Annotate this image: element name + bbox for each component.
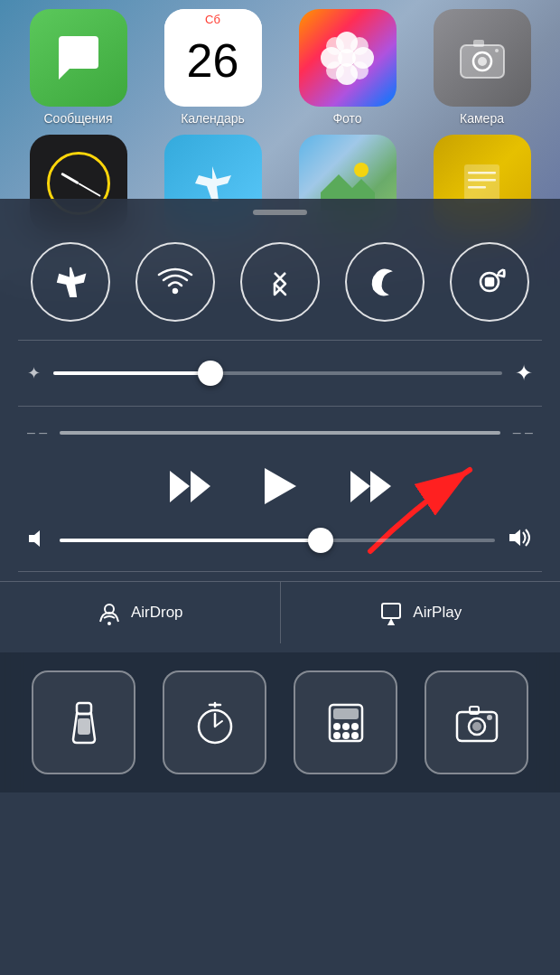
svg-point-8 bbox=[338, 49, 356, 67]
svg-marker-25 bbox=[191, 471, 210, 502]
airdrop-label: AirDrop bbox=[131, 604, 183, 622]
wifi-icon bbox=[157, 264, 193, 300]
svg-point-13 bbox=[495, 49, 499, 52]
svg-point-39 bbox=[334, 724, 340, 729]
svg-point-49 bbox=[488, 716, 491, 719]
brightness-slider-track[interactable] bbox=[53, 371, 502, 375]
camera-quick-button[interactable] bbox=[425, 670, 528, 774]
brightness-high-icon: ✦ bbox=[515, 361, 533, 386]
rewind-button[interactable] bbox=[170, 471, 210, 502]
bottom-buttons: AirDrop AirPlay bbox=[0, 581, 560, 643]
app-row-1: Сообщения Сб 26 Календарь bbox=[9, 9, 551, 126]
svg-point-20 bbox=[173, 289, 177, 293]
airplay-button[interactable]: AirPlay bbox=[281, 582, 561, 643]
brightness-slider-fill bbox=[53, 371, 210, 375]
airplay-icon bbox=[378, 600, 404, 625]
play-button[interactable] bbox=[265, 468, 296, 504]
control-center: ✦ ✦ – – – – bbox=[0, 199, 560, 975]
calendar-date: 26 bbox=[187, 33, 239, 88]
do-not-disturb-button[interactable] bbox=[345, 242, 425, 322]
svg-rect-33 bbox=[382, 604, 400, 618]
svg-point-11 bbox=[478, 57, 487, 66]
flashlight-button[interactable] bbox=[32, 670, 135, 774]
media-left-icon: – – bbox=[27, 425, 47, 441]
brightness-low-icon: ✦ bbox=[27, 363, 41, 383]
svg-point-32 bbox=[107, 622, 111, 625]
flashlight-icon bbox=[61, 699, 107, 746]
app-messages-label: Сообщения bbox=[44, 111, 113, 126]
airplay-label: AirPlay bbox=[413, 604, 462, 622]
calculator-icon bbox=[322, 699, 369, 746]
svg-rect-19 bbox=[468, 186, 486, 189]
svg-rect-16 bbox=[464, 164, 499, 203]
app-messages[interactable]: Сообщения bbox=[24, 9, 133, 126]
svg-marker-26 bbox=[265, 468, 296, 504]
svg-marker-24 bbox=[170, 471, 190, 502]
svg-rect-38 bbox=[334, 709, 358, 718]
quick-access-row bbox=[0, 652, 560, 792]
app-camera-label: Камера bbox=[460, 111, 504, 126]
svg-rect-22 bbox=[486, 278, 493, 286]
app-photos-icon bbox=[299, 9, 397, 107]
calculator-button[interactable] bbox=[294, 670, 397, 774]
svg-point-41 bbox=[352, 724, 358, 729]
svg-point-15 bbox=[354, 163, 369, 177]
svg-point-40 bbox=[343, 724, 349, 729]
timer-icon bbox=[191, 699, 238, 746]
svg-point-44 bbox=[352, 733, 358, 738]
svg-point-42 bbox=[334, 733, 340, 738]
volume-slider-thumb[interactable] bbox=[308, 528, 333, 553]
svg-marker-30 bbox=[509, 530, 520, 546]
app-camera[interactable]: Камера bbox=[428, 9, 537, 126]
volume-slider-fill bbox=[60, 539, 321, 542]
media-right-icon: – – bbox=[513, 425, 533, 441]
rotation-lock-icon bbox=[471, 264, 508, 300]
airdrop-button[interactable]: AirDrop bbox=[0, 582, 281, 643]
app-calendar[interactable]: Сб 26 Календарь bbox=[159, 9, 267, 126]
media-slider-row: – – – – bbox=[27, 416, 533, 454]
svg-point-47 bbox=[473, 723, 481, 730]
app-photos-label: Фото bbox=[332, 111, 361, 126]
brightness-section: ✦ ✦ bbox=[0, 341, 560, 406]
svg-marker-29 bbox=[29, 530, 40, 547]
svg-rect-12 bbox=[473, 40, 484, 47]
bluetooth-button[interactable] bbox=[240, 242, 320, 322]
bluetooth-icon bbox=[262, 264, 298, 300]
media-slider-track[interactable] bbox=[60, 431, 500, 435]
clock-hour-hand bbox=[61, 173, 79, 185]
svg-rect-17 bbox=[468, 172, 496, 174]
volume-low-icon bbox=[27, 529, 47, 553]
app-calendar-icon: Сб 26 bbox=[164, 9, 262, 107]
clock-minute-hand bbox=[78, 183, 100, 197]
svg-rect-35 bbox=[79, 719, 89, 734]
svg-rect-18 bbox=[468, 179, 496, 182]
brightness-slider-thumb[interactable] bbox=[198, 361, 223, 386]
calendar-day: Сб bbox=[164, 9, 262, 30]
rotation-lock-button[interactable] bbox=[450, 242, 529, 322]
moon-icon bbox=[367, 264, 403, 300]
app-camera-icon bbox=[434, 9, 531, 107]
airplane-mode-button[interactable] bbox=[31, 242, 110, 322]
toggles-row bbox=[0, 215, 560, 340]
app-photos[interactable]: Фото bbox=[294, 9, 402, 126]
divider-3 bbox=[18, 571, 542, 572]
volume-high-icon bbox=[508, 528, 533, 553]
app-messages-icon bbox=[30, 9, 127, 107]
airdrop-icon bbox=[97, 600, 122, 625]
app-calendar-label: Календарь bbox=[181, 111, 245, 126]
red-arrow-indicator bbox=[343, 452, 488, 560]
timer-button[interactable] bbox=[163, 670, 266, 774]
camera-quick-icon bbox=[453, 699, 500, 746]
wifi-button[interactable] bbox=[135, 242, 215, 322]
airplane-icon bbox=[52, 264, 89, 300]
svg-point-43 bbox=[343, 733, 349, 738]
volume-slider-track[interactable] bbox=[60, 539, 495, 542]
svg-rect-34 bbox=[77, 703, 91, 714]
media-slider-fill bbox=[60, 431, 500, 435]
